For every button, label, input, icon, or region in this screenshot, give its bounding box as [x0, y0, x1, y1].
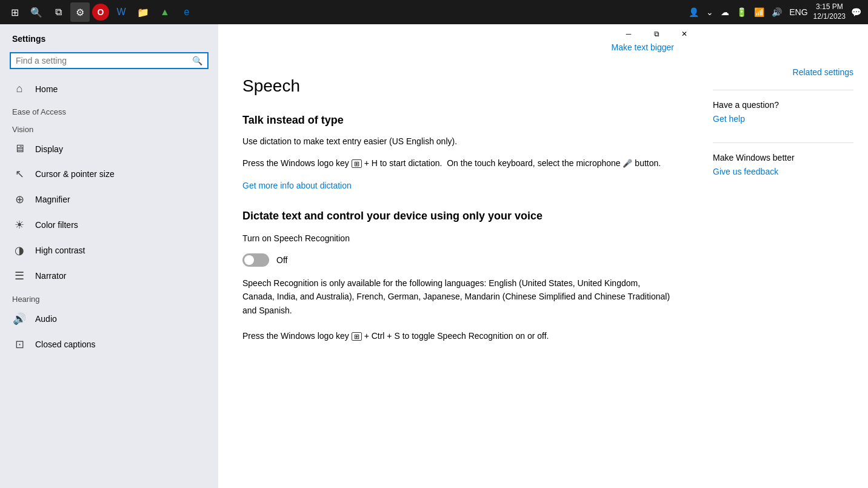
- sidebar-item-high-contrast[interactable]: ◑ High contrast: [0, 238, 218, 263]
- get-help-link[interactable]: Get help: [713, 114, 745, 124]
- people-icon[interactable]: 👤: [687, 7, 701, 17]
- content-area: ─ ⧉ ✕ Make text bigger Speech Talk inste…: [218, 24, 698, 488]
- taskbar: ⊞ 🔍 ⧉ ⚙ O W 📁 ▲ e 👤 ⌄ ☁ 🔋 📶 🔊 ENG 3:15 P…: [0, 0, 868, 24]
- high-contrast-icon: ◑: [12, 244, 27, 257]
- cursor-icon: ↖: [12, 167, 27, 181]
- sidebar-item-audio[interactable]: 🔊 Audio: [0, 306, 218, 332]
- section-label-ease: Ease of Access: [0, 101, 218, 119]
- start-button[interactable]: ⊞: [5, 2, 24, 22]
- wifi-icon[interactable]: 📶: [752, 7, 766, 17]
- home-icon: ⌂: [12, 82, 27, 95]
- edge-taskbar-button[interactable]: e: [177, 2, 196, 22]
- sidebar-item-narrator[interactable]: ☰ Narrator: [0, 263, 218, 289]
- divider1: [713, 90, 853, 90]
- sidebar-item-label: Narrator: [35, 271, 66, 281]
- languages-text: Speech Recognition is only available for…: [242, 276, 674, 317]
- restore-button[interactable]: ⧉: [643, 24, 670, 44]
- narrator-icon: ☰: [12, 269, 27, 282]
- sidebar-item-cursor[interactable]: ↖ Cursor & pointer size: [0, 161, 218, 187]
- app-container: Settings 🔍 ⌂ Home Ease of Access Vision …: [0, 24, 868, 488]
- description-text: Use dictation to make text entry easier …: [242, 135, 674, 148]
- divider2: [713, 142, 853, 143]
- toggle-knob: [244, 255, 254, 265]
- win-logo-key2: ⊞: [352, 332, 362, 341]
- display-icon: 🖥: [12, 142, 27, 155]
- give-feedback-link[interactable]: Give us feedback: [713, 167, 778, 176]
- section-label-vision: Vision: [0, 119, 218, 136]
- battery-icon[interactable]: 🔋: [735, 7, 749, 17]
- have-question-section: Have a question? Get help: [713, 100, 853, 124]
- search-box[interactable]: 🔍: [10, 52, 209, 69]
- task-view-button[interactable]: ⧉: [48, 2, 68, 22]
- explorer-taskbar-button[interactable]: 📁: [133, 2, 153, 22]
- right-panel: Related settings Have a question? Get he…: [698, 24, 868, 488]
- sidebar-item-home[interactable]: ⌂ Home: [0, 76, 218, 101]
- chevron-icon[interactable]: ⌄: [704, 7, 715, 17]
- search-icon[interactable]: 🔍: [192, 56, 202, 65]
- speech-recognition-toggle[interactable]: [242, 253, 269, 267]
- search-input[interactable]: [16, 56, 192, 65]
- have-question-label: Have a question?: [713, 100, 853, 110]
- notifications-icon[interactable]: 💬: [849, 7, 863, 17]
- cloud-icon[interactable]: ☁: [719, 7, 731, 17]
- sidebar-item-label: High contrast: [35, 246, 85, 255]
- mic-symbol: 🎤: [623, 159, 632, 168]
- instruction-text: Press the Windows logo key ⊞ + H to star…: [242, 156, 674, 170]
- settings-taskbar-button[interactable]: ⚙: [70, 2, 90, 22]
- language-label[interactable]: ENG: [787, 7, 809, 17]
- make-windows-better-label: Make Windows better: [713, 153, 853, 162]
- sidebar-title: Settings: [0, 24, 218, 48]
- speech-recognition-toggle-row: Off: [242, 253, 674, 267]
- shortcut-text: Press the Windows logo key ⊞ + Ctrl + S …: [242, 329, 674, 343]
- magnifier-icon: ⊕: [12, 193, 27, 206]
- sidebar-item-label: Audio: [35, 314, 57, 324]
- page-title: Speech: [242, 76, 674, 96]
- sidebar-item-label: Color filters: [35, 220, 78, 230]
- make-windows-better-section: Make Windows better Give us feedback: [713, 153, 853, 177]
- volume-icon[interactable]: 🔊: [770, 7, 784, 17]
- dictate-heading: Dictate text and control your device usi…: [242, 209, 674, 224]
- sidebar-item-magnifier[interactable]: ⊕ Magnifier: [0, 187, 218, 212]
- sidebar-item-label: Home: [35, 84, 58, 94]
- sidebar-item-label: Magnifier: [35, 195, 70, 204]
- sidebar-item-closed-captions[interactable]: ⊡ Closed captions: [0, 332, 218, 357]
- top-link[interactable]: Make text bigger: [242, 42, 674, 70]
- drive-taskbar-button[interactable]: ▲: [155, 2, 175, 22]
- closed-captions-icon: ⊡: [12, 338, 27, 351]
- sidebar-item-label: Cursor & pointer size: [35, 169, 115, 179]
- win-logo-key: ⊞: [352, 159, 362, 168]
- section-label-hearing: Hearing: [0, 289, 218, 306]
- minimize-button[interactable]: ─: [615, 24, 643, 44]
- close-button[interactable]: ✕: [670, 24, 698, 44]
- related-settings-link[interactable]: Related settings: [793, 67, 853, 77]
- audio-icon: 🔊: [12, 312, 27, 326]
- get-more-info-link[interactable]: Get more info about dictation: [242, 181, 352, 190]
- sidebar-item-label: Closed captions: [35, 339, 96, 349]
- toggle-label-text: Turn on Speech Recognition: [242, 232, 674, 245]
- search-taskbar-button[interactable]: 🔍: [27, 2, 46, 22]
- sidebar-item-label: Display: [35, 144, 63, 154]
- window-controls: ─ ⧉ ✕: [615, 24, 698, 44]
- sidebar: Settings 🔍 ⌂ Home Ease of Access Vision …: [0, 24, 218, 488]
- taskbar-left: ⊞ 🔍 ⧉ ⚙ O W 📁 ▲ e: [5, 2, 196, 22]
- search-container: 🔍: [0, 48, 218, 76]
- make-text-bigger-link[interactable]: Make text bigger: [612, 42, 675, 52]
- opera-taskbar-button[interactable]: O: [92, 4, 109, 21]
- sidebar-item-color-filters[interactable]: ☀ Color filters: [0, 212, 218, 238]
- color-filters-icon: ☀: [12, 218, 27, 232]
- taskbar-time: 3:15 PM 12/1/2023: [813, 2, 846, 21]
- talk-instead-heading: Talk instead of type: [242, 114, 674, 127]
- toggle-state-label: Off: [276, 255, 287, 265]
- sidebar-item-display[interactable]: 🖥 Display: [0, 136, 218, 161]
- taskbar-right: 👤 ⌄ ☁ 🔋 📶 🔊 ENG 3:15 PM 12/1/2023 💬: [687, 2, 863, 21]
- word-taskbar-button[interactable]: W: [112, 2, 131, 22]
